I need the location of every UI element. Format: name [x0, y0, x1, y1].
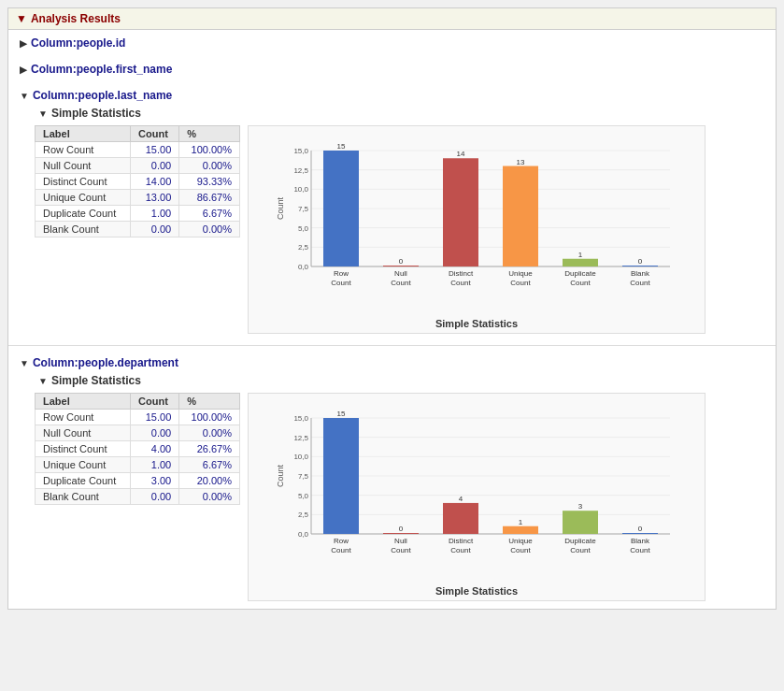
- dept-section-title: Simple Statistics: [51, 374, 141, 387]
- collapse-arrow: ▼: [20, 91, 29, 101]
- svg-text:5,0: 5,0: [298, 492, 309, 500]
- table-row: Distinct Count14.0093.33%: [36, 174, 240, 190]
- svg-text:Blank: Blank: [631, 269, 650, 278]
- col-count-header: Count: [131, 394, 179, 410]
- column-people-firstname-section: ▶ Column:people.first_name: [8, 56, 776, 82]
- svg-text:15,0: 15,0: [293, 414, 308, 423]
- svg-text:2,5: 2,5: [298, 243, 309, 252]
- table-row: Blank Count0.000.00%: [36, 222, 240, 238]
- collapse-arrow[interactable]: ▼: [16, 12, 27, 25]
- col-label-header: Label: [36, 394, 131, 410]
- svg-text:13: 13: [517, 158, 525, 166]
- svg-text:Count: Count: [331, 279, 351, 287]
- section-divider: [8, 345, 776, 346]
- svg-text:15,0: 15,0: [293, 147, 308, 155]
- table-row: Row Count15.00100.00%: [36, 410, 240, 425]
- dept-chart: 0,02,55,07,510,012,515,0Count15RowCount0…: [248, 393, 706, 601]
- lastname-stats-table: Label Count % Row Count15.00100.00%Null …: [35, 125, 240, 238]
- panel-title: Analysis Results: [31, 12, 121, 25]
- svg-rect-33: [563, 259, 598, 266]
- svg-text:1: 1: [519, 518, 523, 526]
- sub-collapse-arrow: ▼: [38, 376, 48, 386]
- column-people-id-header[interactable]: ▶ Column:people.id: [16, 34, 768, 52]
- dept-sub-section: ▼ Simple Statistics Label Count % Row Co…: [16, 372, 768, 605]
- col-label-header: Label: [36, 126, 131, 142]
- column-people-firstname-label: Column:people.first_name: [31, 63, 172, 76]
- lastname-chart-title: Simple Statistics: [252, 318, 701, 329]
- dept-chart-title: Simple Statistics: [252, 585, 701, 597]
- svg-text:Unique: Unique: [508, 537, 533, 545]
- svg-text:Count: Count: [510, 546, 531, 554]
- svg-text:Distinct: Distinct: [449, 537, 474, 545]
- svg-text:Null: Null: [394, 269, 407, 278]
- panel-header: ▼ Analysis Results: [8, 8, 776, 30]
- column-people-lastname-section: ▼ Column:people.last_name ▼ Simple Stati…: [8, 82, 776, 341]
- table-row: Row Count15.00100.00%: [36, 142, 240, 158]
- table-row: Unique Count1.006.67%: [36, 457, 240, 473]
- lastname-simple-stats-header: ▼ Simple Statistics: [35, 105, 768, 122]
- svg-text:Row: Row: [334, 537, 349, 545]
- table-row: Null Count0.000.00%: [36, 158, 240, 174]
- column-people-dept-header[interactable]: ▼ Column:people.department: [16, 353, 768, 372]
- column-people-dept-section: ▼ Column:people.department ▼ Simple Stat…: [8, 350, 776, 609]
- dept-content-row: Label Count % Row Count15.00100.00%Null …: [35, 389, 768, 605]
- svg-rect-78: [622, 533, 658, 534]
- svg-text:0,0: 0,0: [298, 263, 309, 271]
- svg-rect-62: [383, 533, 419, 534]
- svg-text:1: 1: [578, 251, 583, 259]
- svg-text:0: 0: [399, 525, 404, 533]
- svg-text:10,0: 10,0: [293, 185, 308, 194]
- table-row: Duplicate Count1.006.67%: [36, 206, 240, 222]
- table-row: Blank Count0.000.00%: [36, 489, 240, 505]
- svg-text:15: 15: [337, 410, 346, 418]
- lastname-content-row: Label Count % Row Count15.00100.00%Null …: [35, 122, 768, 338]
- svg-text:Null: Null: [394, 537, 407, 545]
- svg-text:10,0: 10,0: [293, 453, 308, 461]
- col-count-header: Count: [131, 126, 179, 142]
- svg-text:7,5: 7,5: [298, 472, 309, 481]
- svg-text:15: 15: [337, 142, 346, 151]
- svg-rect-37: [622, 266, 658, 266]
- svg-text:0: 0: [399, 257, 404, 266]
- column-people-lastname-header[interactable]: ▼ Column:people.last_name: [16, 86, 768, 105]
- svg-text:Unique: Unique: [508, 269, 533, 278]
- expand-arrow: ▶: [20, 65, 27, 75]
- svg-text:Count: Count: [331, 546, 351, 554]
- column-people-id-section: ▶ Column:people.id: [8, 30, 776, 56]
- table-row: Unique Count13.0086.67%: [36, 190, 240, 206]
- svg-rect-74: [563, 511, 598, 534]
- svg-rect-70: [503, 526, 538, 534]
- svg-text:0: 0: [638, 257, 643, 266]
- svg-text:Count: Count: [630, 279, 650, 287]
- table-row: Distinct Count4.0026.67%: [36, 441, 240, 457]
- svg-text:0: 0: [638, 525, 643, 533]
- sub-collapse-arrow: ▼: [38, 108, 48, 119]
- dept-stats-table: Label Count % Row Count15.00100.00%Null …: [35, 393, 240, 505]
- svg-text:Duplicate: Duplicate: [564, 269, 596, 278]
- svg-text:2,5: 2,5: [298, 511, 309, 519]
- column-people-firstname-header[interactable]: ▶ Column:people.first_name: [16, 60, 768, 79]
- lastname-sub-section: ▼ Simple Statistics Label Count % Row Co…: [16, 105, 768, 338]
- svg-text:4: 4: [459, 495, 463, 503]
- column-people-lastname-label: Column:people.last_name: [33, 89, 172, 102]
- svg-text:Count: Count: [276, 465, 285, 488]
- svg-text:Count: Count: [630, 546, 650, 554]
- svg-text:3: 3: [578, 502, 583, 511]
- svg-text:Count: Count: [450, 279, 471, 287]
- column-people-dept-label: Column:people.department: [33, 356, 178, 369]
- svg-text:Blank: Blank: [631, 537, 650, 545]
- table-row: Null Count0.000.00%: [36, 425, 240, 441]
- svg-text:Count: Count: [510, 279, 531, 287]
- svg-text:Distinct: Distinct: [449, 269, 474, 278]
- svg-text:5,0: 5,0: [298, 224, 309, 233]
- lastname-chart: 0,02,55,07,510,012,515,0Count15RowCount0…: [248, 125, 706, 334]
- svg-rect-29: [503, 166, 538, 266]
- svg-rect-21: [383, 266, 419, 266]
- svg-text:Count: Count: [570, 279, 591, 287]
- col-pct-header: %: [179, 394, 240, 410]
- svg-rect-25: [443, 158, 478, 266]
- svg-text:Count: Count: [570, 546, 591, 554]
- svg-text:Count: Count: [276, 197, 285, 221]
- collapse-arrow: ▼: [20, 358, 29, 368]
- col-pct-header: %: [179, 126, 240, 142]
